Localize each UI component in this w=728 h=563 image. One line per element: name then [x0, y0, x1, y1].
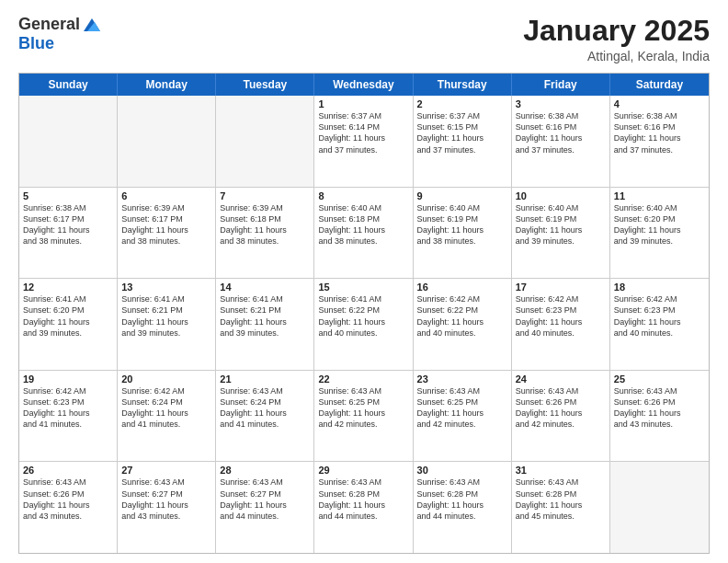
calendar-cell: 5Sunrise: 6:38 AM Sunset: 6:17 PM Daylig…: [19, 188, 118, 279]
title-month: January 2025: [523, 15, 710, 47]
day-info: Sunrise: 6:40 AM Sunset: 6:19 PM Dayligh…: [516, 202, 606, 247]
calendar-cell: 30Sunrise: 6:43 AM Sunset: 6:28 PM Dayli…: [414, 462, 512, 553]
day-info: Sunrise: 6:43 AM Sunset: 6:26 PM Dayligh…: [23, 477, 113, 522]
day-info: Sunrise: 6:41 AM Sunset: 6:20 PM Dayligh…: [23, 293, 113, 339]
day-number: 29: [318, 465, 408, 476]
logo-general: General: [18, 16, 80, 34]
day-number: 15: [318, 282, 408, 293]
calendar-cell: 23Sunrise: 6:43 AM Sunset: 6:25 PM Dayli…: [414, 371, 512, 462]
calendar-cell: 1Sunrise: 6:37 AM Sunset: 6:14 PM Daylig…: [314, 96, 413, 187]
calendar-cell: 24Sunrise: 6:43 AM Sunset: 6:26 PM Dayli…: [512, 371, 610, 462]
day-info: Sunrise: 6:40 AM Sunset: 6:18 PM Dayligh…: [318, 202, 408, 247]
day-number: 16: [417, 282, 507, 293]
day-number: 27: [121, 465, 211, 476]
day-info: Sunrise: 6:38 AM Sunset: 6:16 PM Dayligh…: [516, 110, 606, 155]
day-info: Sunrise: 6:42 AM Sunset: 6:23 PM Dayligh…: [614, 293, 705, 339]
day-info: Sunrise: 6:42 AM Sunset: 6:22 PM Dayligh…: [417, 293, 507, 339]
logo: General Blue: [18, 15, 102, 53]
day-info: Sunrise: 6:37 AM Sunset: 6:15 PM Dayligh…: [417, 110, 507, 155]
day-number: 14: [220, 282, 310, 293]
calendar-row: 5Sunrise: 6:38 AM Sunset: 6:17 PM Daylig…: [19, 188, 709, 280]
day-number: 9: [417, 190, 507, 201]
day-info: Sunrise: 6:38 AM Sunset: 6:17 PM Dayligh…: [23, 202, 113, 247]
day-number: 30: [417, 465, 507, 476]
day-number: 5: [23, 190, 113, 201]
day-number: 2: [417, 98, 507, 109]
calendar-row: 12Sunrise: 6:41 AM Sunset: 6:20 PM Dayli…: [19, 279, 709, 371]
calendar: SundayMondayTuesdayWednesdayThursdayFrid…: [18, 73, 710, 554]
day-info: Sunrise: 6:40 AM Sunset: 6:20 PM Dayligh…: [614, 202, 705, 247]
day-info: Sunrise: 6:38 AM Sunset: 6:16 PM Dayligh…: [614, 110, 705, 155]
day-number: 4: [614, 98, 705, 109]
calendar-cell: 16Sunrise: 6:42 AM Sunset: 6:22 PM Dayli…: [414, 279, 512, 370]
calendar-row: 26Sunrise: 6:43 AM Sunset: 6:26 PM Dayli…: [19, 462, 709, 553]
calendar-cell: 27Sunrise: 6:43 AM Sunset: 6:27 PM Dayli…: [118, 462, 216, 553]
calendar-cell: 19Sunrise: 6:42 AM Sunset: 6:23 PM Dayli…: [19, 371, 118, 462]
calendar-cell: 26Sunrise: 6:43 AM Sunset: 6:26 PM Dayli…: [19, 462, 118, 553]
calendar-cell: 31Sunrise: 6:43 AM Sunset: 6:28 PM Dayli…: [512, 462, 610, 553]
calendar-cell: 6Sunrise: 6:39 AM Sunset: 6:17 PM Daylig…: [118, 188, 216, 279]
header-day-thursday: Thursday: [414, 74, 512, 96]
day-number: 21: [220, 373, 310, 385]
calendar-cell: 20Sunrise: 6:42 AM Sunset: 6:24 PM Dayli…: [118, 371, 216, 462]
day-info: Sunrise: 6:43 AM Sunset: 6:28 PM Dayligh…: [516, 477, 606, 522]
day-info: Sunrise: 6:42 AM Sunset: 6:23 PM Dayligh…: [516, 293, 606, 339]
calendar-body: 1Sunrise: 6:37 AM Sunset: 6:14 PM Daylig…: [19, 96, 709, 553]
calendar-cell: 4Sunrise: 6:38 AM Sunset: 6:16 PM Daylig…: [610, 96, 709, 187]
day-info: Sunrise: 6:43 AM Sunset: 6:27 PM Dayligh…: [121, 477, 211, 522]
day-number: 10: [516, 190, 606, 201]
day-number: 3: [516, 98, 606, 109]
day-info: Sunrise: 6:42 AM Sunset: 6:24 PM Dayligh…: [121, 385, 211, 431]
header-day-sunday: Sunday: [19, 74, 118, 96]
calendar-cell: 28Sunrise: 6:43 AM Sunset: 6:27 PM Dayli…: [216, 462, 314, 553]
calendar-cell: 15Sunrise: 6:41 AM Sunset: 6:22 PM Dayli…: [314, 279, 413, 370]
calendar-cell: 17Sunrise: 6:42 AM Sunset: 6:23 PM Dayli…: [512, 279, 610, 370]
calendar-cell: 8Sunrise: 6:40 AM Sunset: 6:18 PM Daylig…: [314, 188, 413, 279]
day-info: Sunrise: 6:40 AM Sunset: 6:19 PM Dayligh…: [417, 202, 507, 247]
day-number: 7: [220, 190, 310, 201]
day-number: 24: [516, 373, 606, 385]
calendar-row: 1Sunrise: 6:37 AM Sunset: 6:14 PM Daylig…: [19, 96, 709, 188]
day-number: 31: [516, 465, 606, 476]
day-info: Sunrise: 6:43 AM Sunset: 6:25 PM Dayligh…: [417, 385, 507, 431]
calendar-cell: 2Sunrise: 6:37 AM Sunset: 6:15 PM Daylig…: [414, 96, 512, 187]
day-info: Sunrise: 6:42 AM Sunset: 6:23 PM Dayligh…: [23, 385, 113, 431]
day-info: Sunrise: 6:43 AM Sunset: 6:28 PM Dayligh…: [318, 477, 408, 522]
day-number: 1: [318, 98, 408, 109]
title-location: Attingal, Kerala, India: [523, 49, 710, 63]
day-number: 26: [23, 465, 113, 476]
calendar-cell: 11Sunrise: 6:40 AM Sunset: 6:20 PM Dayli…: [610, 188, 709, 279]
calendar-cell: 29Sunrise: 6:43 AM Sunset: 6:28 PM Dayli…: [314, 462, 413, 553]
calendar-cell: 9Sunrise: 6:40 AM Sunset: 6:19 PM Daylig…: [414, 188, 512, 279]
logo-blue: Blue: [18, 35, 54, 53]
calendar-cell: 21Sunrise: 6:43 AM Sunset: 6:24 PM Dayli…: [216, 371, 314, 462]
title-block: January 2025 Attingal, Kerala, India: [523, 15, 710, 63]
calendar-cell: 25Sunrise: 6:43 AM Sunset: 6:26 PM Dayli…: [610, 371, 709, 462]
day-info: Sunrise: 6:43 AM Sunset: 6:26 PM Dayligh…: [614, 385, 705, 431]
day-info: Sunrise: 6:43 AM Sunset: 6:26 PM Dayligh…: [516, 385, 606, 431]
page: General Blue January 2025 Attingal, Kera…: [0, 0, 728, 563]
day-info: Sunrise: 6:43 AM Sunset: 6:25 PM Dayligh…: [318, 385, 408, 431]
calendar-cell: 14Sunrise: 6:41 AM Sunset: 6:21 PM Dayli…: [216, 279, 314, 370]
day-info: Sunrise: 6:43 AM Sunset: 6:27 PM Dayligh…: [220, 477, 310, 522]
logo-icon: [82, 15, 102, 35]
header-day-saturday: Saturday: [610, 74, 709, 96]
day-number: 25: [614, 373, 705, 385]
calendar-row: 19Sunrise: 6:42 AM Sunset: 6:23 PM Dayli…: [19, 371, 709, 463]
header: General Blue January 2025 Attingal, Kera…: [18, 15, 710, 63]
day-number: 13: [121, 282, 211, 293]
header-day-friday: Friday: [512, 74, 610, 96]
day-info: Sunrise: 6:39 AM Sunset: 6:18 PM Dayligh…: [220, 202, 310, 247]
calendar-cell: [118, 96, 216, 187]
day-number: 8: [318, 190, 408, 201]
day-number: 18: [614, 282, 705, 293]
day-number: 28: [220, 465, 310, 476]
calendar-cell: 12Sunrise: 6:41 AM Sunset: 6:20 PM Dayli…: [19, 279, 118, 370]
calendar-cell: 7Sunrise: 6:39 AM Sunset: 6:18 PM Daylig…: [216, 188, 314, 279]
header-day-monday: Monday: [118, 74, 216, 96]
header-day-tuesday: Tuesday: [216, 74, 314, 96]
calendar-cell: [216, 96, 314, 187]
calendar-cell: [610, 462, 709, 553]
day-info: Sunrise: 6:43 AM Sunset: 6:24 PM Dayligh…: [220, 385, 310, 431]
day-number: 11: [614, 190, 705, 201]
